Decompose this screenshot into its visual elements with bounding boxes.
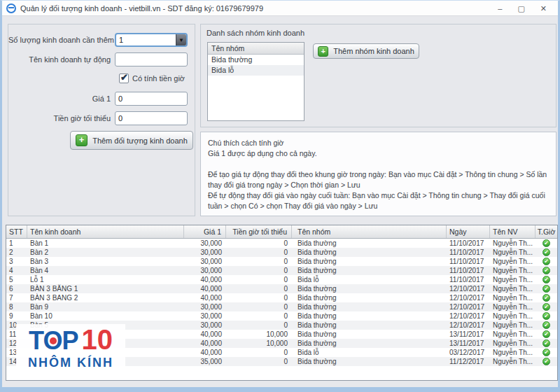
min-time-label: Tiền giờ tối thiểu <box>8 114 115 122</box>
table-cell: 30,000 <box>184 248 226 257</box>
table-cell: 30,000 <box>184 312 226 321</box>
group-list-item[interactable]: Bida lỗ <box>208 65 304 76</box>
table-header-cell[interactable]: Ngày <box>447 225 490 238</box>
table-cell: 12/10/2017 <box>447 284 490 293</box>
group-list-items: Bida thườngBida lỗ <box>208 55 304 76</box>
table-cell: 0 <box>226 248 292 257</box>
minimize-button[interactable]: – <box>498 4 502 13</box>
plus-icon: + <box>318 46 328 57</box>
table-cell: 0 <box>226 266 292 275</box>
table-cell: 12/10/2017 <box>447 302 490 312</box>
price1-input[interactable] <box>115 92 188 106</box>
table-cell: ✔ <box>536 266 557 275</box>
table-row[interactable]: 4Bàn 430,0000Bida thường11/10/2017Nguyễn… <box>6 266 557 275</box>
table-cell: 11/10/2017 <box>447 275 490 284</box>
table-cell: Nguyễn Th... <box>490 302 536 312</box>
table-cell: 0 <box>226 348 292 357</box>
table-cell: Nguyễn Th... <box>490 248 536 257</box>
time-check-icon: ✔ <box>542 321 550 329</box>
table-cell: Bida thường <box>292 339 447 348</box>
table-cell: Nguyễn Th... <box>490 257 536 266</box>
table-cell: Nguyễn Th... <box>490 266 536 275</box>
table-cell: 5 <box>6 275 27 284</box>
table-cell: Nguyễn Th... <box>490 284 536 293</box>
app-window: Quản lý đối tượng kinh doanh - vietbill.… <box>0 0 560 392</box>
table-cell: ✔ <box>536 284 557 293</box>
table-cell: Bida thường <box>292 284 447 293</box>
time-check-icon: ✔ <box>542 358 550 365</box>
time-check-icon: ✔ <box>542 312 550 320</box>
app-icon <box>6 4 16 13</box>
chevron-down-icon[interactable]: ▼ <box>176 34 186 46</box>
table-cell: 30,000 <box>184 239 226 248</box>
table-cell: 0 <box>226 275 292 284</box>
price1-label: Giá 1 <box>8 94 115 103</box>
table-cell: 35,000 <box>184 357 226 366</box>
table-cell: BÀN 3 BĂNG 1 <box>27 284 184 293</box>
table-row[interactable]: 9Bàn 1030,0000Bida thường12/10/2017Nguyễ… <box>6 312 557 321</box>
table-cell: 11/12/2017 <box>447 357 490 366</box>
table-cell: ✔ <box>536 275 557 284</box>
timed-checkbox[interactable]: ✔ <box>119 74 129 83</box>
table-row[interactable]: 3Bàn 330,0000Bida thường11/10/2017Nguyễn… <box>6 257 557 266</box>
table-cell: 3 <box>6 257 27 266</box>
table-header-cell[interactable]: Tiền giờ tối thiểu <box>226 225 292 238</box>
add-group-button[interactable]: + Thêm nhóm kinh doanh <box>313 43 419 59</box>
table-cell: 40,000 <box>184 284 226 293</box>
note-line: Giá 1 được áp dụng cho cả ngày. <box>208 148 549 159</box>
time-check-icon: ✔ <box>542 330 550 338</box>
add-object-button-label: Thêm đối tượng kinh doanh <box>92 136 188 145</box>
table-row[interactable]: 2Bàn 230,0000Bida thường11/10/2017Nguyễn… <box>6 248 557 257</box>
table-cell: BÀN 3 BANG 2 <box>27 293 184 302</box>
table-header-cell[interactable]: STT <box>6 225 27 238</box>
table-cell: ✔ <box>536 257 557 266</box>
table-cell: 0 <box>226 312 292 321</box>
table-header-cell[interactable]: Giá 1 <box>184 225 226 238</box>
table-cell: 0 <box>226 357 292 366</box>
group-list-item[interactable]: Bida thường <box>208 55 304 65</box>
timed-checkbox-label: Có tính tiền giờ <box>132 74 185 83</box>
table-cell: Nguyễn Th... <box>490 330 536 339</box>
table-row[interactable]: 1Bàn 130,0000Bida thường11/10/2017Nguyễn… <box>6 239 557 248</box>
group-list[interactable]: Tên nhóm Bida thườngBida lỗ <box>207 42 304 121</box>
table-header-cell[interactable]: Tên nhóm <box>292 225 447 238</box>
table-cell: Bida lỗ <box>292 348 447 357</box>
maximize-button[interactable]: ▢ <box>517 4 524 13</box>
table-cell: Bàn 3 <box>27 257 184 266</box>
table-cell: ✔ <box>536 248 557 257</box>
table-header-cell[interactable]: T.Giờ <box>536 225 557 238</box>
table-cell: Nguyễn Th... <box>490 312 536 321</box>
table-cell: Bida lỗ <box>292 275 447 284</box>
qty-combobox[interactable]: 1 ▼ <box>115 33 188 47</box>
add-object-button[interactable]: + Thêm đối tượng kinh doanh <box>70 131 193 150</box>
watermark-top-text: TOP <box>29 327 78 355</box>
table-row[interactable]: 6BÀN 3 BĂNG 140,0000Bida thường12/10/201… <box>6 284 557 293</box>
auto-name-input[interactable] <box>115 52 188 66</box>
table-cell: ✔ <box>536 239 557 248</box>
table-cell: 2 <box>6 248 27 257</box>
table-cell: Lỗ 1 <box>27 275 184 284</box>
group-list-title: Danh sách nhóm kinh doanh <box>206 29 556 37</box>
watermark-logo: TOP 10 NHÔM KÍNH <box>16 324 125 378</box>
table-cell: Bàn 4 <box>27 266 184 275</box>
close-button[interactable]: ✕ <box>540 4 547 13</box>
table-cell: 40,000 <box>184 339 226 348</box>
table-cell: 11/10/2017 <box>447 248 490 257</box>
checkbox-check-icon: ✔ <box>120 72 128 83</box>
table-row[interactable]: 8Bàn 930,0000Bida thường12/10/2017Nguyễn… <box>6 302 557 312</box>
table-cell: ✔ <box>536 312 557 321</box>
table-header-cell[interactable]: Tên kinh doanh <box>27 225 184 238</box>
table-row[interactable]: 5Lỗ 140,0000Bida lỗ11/10/2017Nguyễn Th..… <box>6 275 557 284</box>
table-header-cell[interactable]: Tên NV <box>490 225 536 238</box>
table-cell: Nguyễn Th... <box>490 348 536 357</box>
table-cell: 30,000 <box>184 257 226 266</box>
table-header-row: STTTên kinh doanhGiá 1Tiền giờ tối thiểu… <box>6 225 557 239</box>
time-check-icon: ✔ <box>542 258 550 265</box>
table-cell: 8 <box>6 302 27 312</box>
time-check-icon: ✔ <box>542 267 550 274</box>
min-time-input[interactable] <box>115 111 188 125</box>
notes-panel: Chú thích cách tính giờGiá 1 được áp dụn… <box>200 132 556 216</box>
table-cell: Bida thường <box>292 357 447 366</box>
note-line: Để tự động thay đổi giá vào ngày cuối tu… <box>208 190 549 211</box>
table-row[interactable]: 7BÀN 3 BANG 240,0000Bida thường12/10/201… <box>6 293 557 302</box>
